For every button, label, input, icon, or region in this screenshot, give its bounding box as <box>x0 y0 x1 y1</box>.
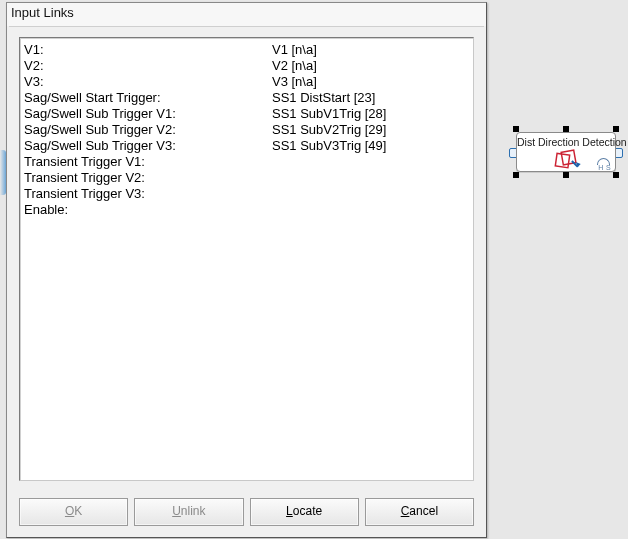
selection-handle[interactable] <box>513 126 519 132</box>
input-link-label: Transient Trigger V3: <box>24 186 272 202</box>
input-link-label: Sag/Swell Start Trigger: <box>24 90 272 106</box>
list-item[interactable]: Transient Trigger V1: <box>24 154 473 170</box>
block-title: Dist Direction Detection 1 <box>517 133 615 149</box>
input-link-value: SS1 SubV2Trig [29] <box>272 122 473 138</box>
input-link-value: SS1 SubV1Trig [28] <box>272 106 473 122</box>
list-item[interactable]: V2:V2 [n\a] <box>24 58 473 74</box>
input-link-value: SS1 SubV3Trig [49] <box>272 138 473 154</box>
input-link-label: Sag/Swell Sub Trigger V2: <box>24 122 272 138</box>
dialog-title: Input Links <box>7 3 486 26</box>
input-link-label: Transient Trigger V1: <box>24 154 272 170</box>
list-item[interactable]: Sag/Swell Sub Trigger V2:SS1 SubV2Trig [… <box>24 122 473 138</box>
unlink-button[interactable]: Unlink <box>134 498 243 526</box>
input-link-value: V1 [n\a] <box>272 42 473 58</box>
cancel-button[interactable]: Cancel <box>365 498 474 526</box>
input-link-value: V3 [n\a] <box>272 74 473 90</box>
list-item[interactable]: V3:V3 [n\a] <box>24 74 473 90</box>
locate-button[interactable]: Locate <box>250 498 359 526</box>
dialog-button-bar: OK Unlink Locate Cancel <box>19 498 474 526</box>
list-item[interactable]: Sag/Swell Start Trigger:SS1 DistStart [2… <box>24 90 473 106</box>
input-link-label: Sag/Swell Sub Trigger V3: <box>24 138 272 154</box>
input-link-value <box>272 186 473 202</box>
divider <box>9 26 484 27</box>
list-item[interactable]: Sag/Swell Sub Trigger V1:SS1 SubV1Trig [… <box>24 106 473 122</box>
ok-button[interactable]: OK <box>19 498 128 526</box>
block-dist-direction-detection[interactable]: Dist Direction Detection 1 H S <box>510 126 622 178</box>
input-link-value <box>272 170 473 186</box>
list-item[interactable]: Transient Trigger V2: <box>24 170 473 186</box>
input-link-label: Enable: <box>24 202 272 218</box>
input-link-value: V2 [n\a] <box>272 58 473 74</box>
input-links-list[interactable]: V1:V1 [n\a]V2:V2 [n\a]V3:V3 [n\a]Sag/Swe… <box>19 37 474 481</box>
input-link-label: V1: <box>24 42 272 58</box>
input-link-value <box>272 202 473 218</box>
input-link-value <box>272 154 473 170</box>
list-item[interactable]: V1:V1 [n\a] <box>24 42 473 58</box>
input-link-label: V3: <box>24 74 272 90</box>
input-link-label: Transient Trigger V2: <box>24 170 272 186</box>
input-links-dialog: Input Links V1:V1 [n\a]V2:V2 [n\a]V3:V3 … <box>6 2 487 538</box>
list-item[interactable]: Sag/Swell Sub Trigger V3:SS1 SubV3Trig [… <box>24 138 473 154</box>
input-link-label: Sag/Swell Sub Trigger V1: <box>24 106 272 122</box>
hs-indicator: H S <box>598 164 611 171</box>
input-link-label: V2: <box>24 58 272 74</box>
selection-handle[interactable] <box>613 126 619 132</box>
list-item[interactable]: Enable: <box>24 202 473 218</box>
list-item[interactable]: Transient Trigger V3: <box>24 186 473 202</box>
input-link-value: SS1 DistStart [23] <box>272 90 473 106</box>
